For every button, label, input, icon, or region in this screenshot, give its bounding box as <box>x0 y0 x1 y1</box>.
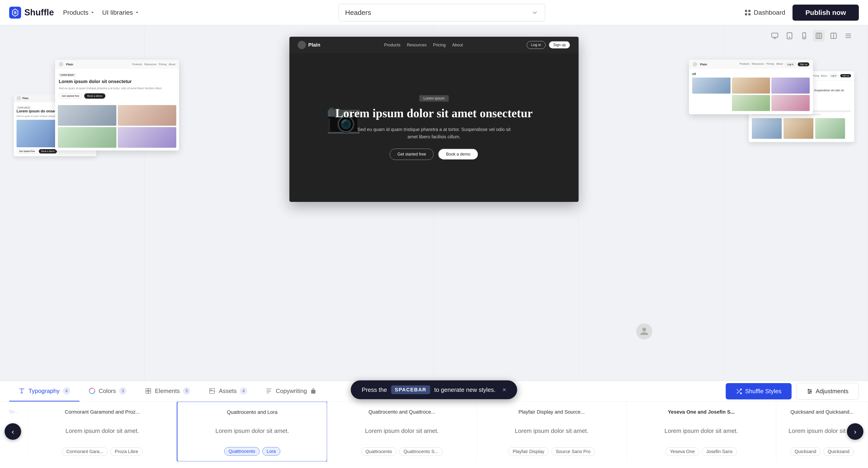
avatar-circle-right <box>636 323 652 340</box>
search-area: Headers <box>149 4 735 21</box>
view-mode-icons <box>769 30 854 42</box>
tag-josefin: Josefin Sans <box>702 447 737 456</box>
toast-prefix: Press the <box>362 386 387 394</box>
prev-button[interactable]: ‹ <box>5 423 21 440</box>
card-subtitle: Sed eu quam id quam tristique pharetra a… <box>354 126 514 141</box>
mobile-view-icon[interactable] <box>798 30 810 42</box>
svg-rect-1 <box>745 10 747 12</box>
next-button[interactable]: › <box>847 423 863 440</box>
right-card-login[interactable]: Log in <box>785 62 796 66</box>
typo-card-playfair-source[interactable]: Playfair Display and Source... Lorem ips… <box>477 402 626 461</box>
adjustments-button[interactable]: Adjustments <box>796 383 859 400</box>
right-card-title: sit <box>692 72 810 76</box>
tab-typography[interactable]: Typography 4 <box>9 381 80 402</box>
left-side-card: Plain Products Resources Pricing About L… <box>55 60 179 151</box>
typography-icon <box>18 387 25 394</box>
right-card-nav-items: Products Resources Pricing About Log in … <box>740 62 809 66</box>
chevron-down-icon-2 <box>135 10 139 15</box>
right-card-brand: Plain <box>700 63 707 66</box>
typo-card-quattrocento-quattroce[interactable]: Quattrocento and Quattroce... Lorem ipsu… <box>327 402 477 461</box>
left-card-gallery <box>55 102 179 151</box>
far-left-btn-2[interactable]: Book a demo <box>39 149 57 154</box>
card-book-demo-btn[interactable]: Book a demo <box>438 149 478 160</box>
tag-source-sans: Source Sans Pro <box>552 447 595 456</box>
left-card-badge: Lorem ipsum <box>59 73 76 76</box>
dropdown-icon <box>531 9 538 16</box>
detail-images <box>752 118 851 139</box>
card-action-btns: Get started free Book a demo <box>390 149 478 160</box>
card-title: Lorem ipsum dolor sit amet onsectetur <box>335 106 533 120</box>
main-content: Plain Products Resources Pricing About L… <box>0 25 868 440</box>
svg-point-24 <box>211 389 211 391</box>
typo-card-cormorant[interactable]: Cormorant Garamond and Proz... Lorem ips… <box>28 402 177 461</box>
elements-icon <box>145 387 152 394</box>
typo-card-playfair-source-sample: Lorem ipsum dolor sit amet. <box>515 427 588 435</box>
tab-typography-badge: 4 <box>63 387 70 395</box>
svg-rect-4 <box>748 13 750 15</box>
single-column-view-icon[interactable] <box>813 30 825 42</box>
tablet-view-icon[interactable] <box>783 30 796 42</box>
tab-copywriting-label: Copywriting <box>276 387 307 395</box>
nav-ui-libraries[interactable]: UI libraries <box>102 9 139 16</box>
typo-card-yeseva-josefin[interactable]: Yeseva One and Josefin S... Lorem ipsum … <box>626 402 776 461</box>
typo-card-quicksand-tags: Quicksand Quicksand <box>790 447 854 456</box>
tab-colors[interactable]: Colors 3 <box>80 381 136 402</box>
shuffle-styles-label: Shuffle Styles <box>745 388 781 395</box>
typo-card-cormorant-tags: Cormorant Gara... Proza Libre <box>62 447 143 456</box>
right-gallery-img-3 <box>771 77 810 94</box>
tab-elements-badge: 5 <box>183 387 190 395</box>
tag-playfair: Playfair Display <box>508 447 549 456</box>
left-card-nav: Plain Products Resources Pricing About <box>55 60 179 69</box>
shuffle-logo-icon <box>9 7 21 19</box>
typo-card-quattrocento-lora[interactable]: Quattrocento and Lora Lorem ipsum dolor … <box>177 402 328 461</box>
far-right-signup[interactable]: Sign up <box>840 74 851 77</box>
typo-card-quattrocento-lora-tags: Quattrocento Lora <box>224 447 280 456</box>
copywriting-icon <box>266 387 272 394</box>
dashboard-button[interactable]: Dashboard <box>744 9 785 16</box>
nav-right: Dashboard Publish now <box>744 5 859 21</box>
left-card-subtitle: Sed eu quam id quam tristique pharetra a… <box>59 86 175 90</box>
typo-card-playfair-source-tags: Playfair Display Source Sans Pro <box>508 447 595 456</box>
card-nav: Products Resources Pricing About <box>384 43 463 48</box>
tab-colors-badge: 3 <box>119 387 126 395</box>
left-gallery-img-1 <box>58 105 116 126</box>
left-card-btn-2[interactable]: Book a demo <box>84 93 105 99</box>
tab-elements[interactable]: Elements 5 <box>136 381 199 402</box>
tag-proza: Proza Libre <box>111 447 143 456</box>
card-badge: Lorem ipsum <box>419 95 449 102</box>
right-gallery-img-5 <box>771 95 810 111</box>
publish-now-button[interactable]: Publish now <box>793 5 859 21</box>
tab-assets[interactable]: Assets 4 <box>199 381 256 402</box>
toast-close-button[interactable]: × <box>502 386 506 394</box>
compact-view-icon[interactable] <box>842 30 854 42</box>
card-login-btn[interactable]: Log in <box>527 41 546 49</box>
tab-colors-label: Colors <box>99 387 116 395</box>
far-right-login[interactable]: Log in <box>829 74 839 77</box>
search-bar[interactable]: Headers <box>339 4 545 21</box>
far-left-btn-1[interactable]: Get started free <box>17 149 37 154</box>
card-get-started-btn[interactable]: Get started free <box>390 149 434 160</box>
tab-assets-badge: 4 <box>240 387 247 395</box>
typo-card-quattrocento-quattroce-tags: Quattrocento Quattrocento S... <box>361 447 443 456</box>
multi-column-view-icon[interactable] <box>828 30 840 42</box>
desktop-view-icon[interactable] <box>769 30 781 42</box>
left-nav-1: Products <box>132 63 142 66</box>
left-card-btn-1[interactable]: Get started free <box>59 93 82 99</box>
right-card-logo <box>693 62 697 66</box>
left-card-brand: Plain <box>66 63 73 66</box>
colors-icon <box>89 387 95 394</box>
left-gallery-img-4 <box>118 127 176 148</box>
left-card-title: Lorem ipsum dolor sit onsectetur <box>59 79 175 85</box>
left-card-btns: Get started free Book a demo <box>59 93 175 99</box>
tab-copywriting[interactable]: Copywriting <box>256 381 326 402</box>
tab-typography-label: Typography <box>28 387 60 395</box>
left-gallery-img-2 <box>118 105 176 126</box>
logo-area: Shuffle <box>9 7 54 19</box>
nav-products[interactable]: Products <box>63 9 95 16</box>
tag-cormorant: Cormorant Gara... <box>62 447 107 456</box>
left-gallery-img-3 <box>58 127 116 148</box>
card-nav-about: About <box>452 43 463 48</box>
card-signup-btn[interactable]: Sign up <box>549 41 570 49</box>
shuffle-styles-button[interactable]: Shuffle Styles <box>726 383 792 399</box>
right-card-signup[interactable]: Sign up <box>798 62 809 66</box>
